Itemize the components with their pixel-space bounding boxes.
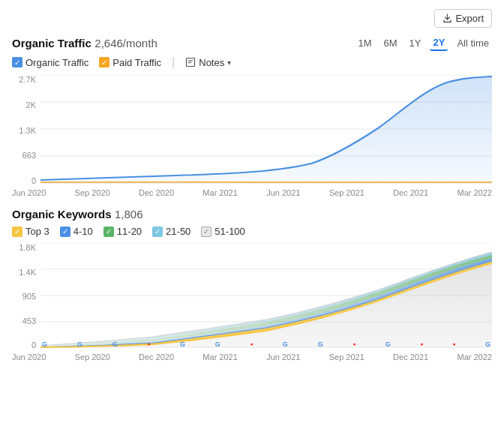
marker-r3: ▪ (353, 340, 356, 348)
marker-r2: ▪ (250, 340, 253, 348)
marker-r4: ▪ (421, 340, 423, 348)
kx-label-2: Sep 2020 (75, 352, 110, 362)
top3-checkbox[interactable]: ✓ (12, 226, 22, 237)
notes-chevron: ▾ (227, 58, 231, 67)
x-label-5: Jun 2021 (266, 188, 300, 197)
organic-traffic-legend: ✓ Organic Traffic ✓ Paid Traffic | Notes… (12, 56, 492, 69)
keywords-x-axis: Jun 2020 Sep 2020 Dec 2020 Mar 2021 Jun … (12, 352, 492, 362)
organic-traffic-y-axis: 2.7K 2K 1.3K 663 0 (12, 75, 40, 187)
y-label-top: 2.7K (19, 75, 36, 84)
filter-2y[interactable]: 2Y (430, 35, 448, 51)
ky-label-2: 1.4K (19, 268, 36, 277)
legend-separator: | (172, 56, 175, 69)
marker-g4: G (180, 340, 185, 348)
keyword-markers: G G G ▪ G G ▪ G G ▪ G ▪ ▪ G (40, 340, 492, 348)
legend-4-10-label: 4-10 (74, 226, 93, 237)
x-label-2: Sep 2020 (75, 188, 110, 197)
marker-r1: ▪ (148, 340, 150, 348)
organic-traffic-chart (40, 75, 492, 187)
organic-traffic-value: 2,646/month (94, 37, 157, 50)
kx-label-3: Dec 2020 (139, 352, 174, 362)
organic-traffic-chart-container: 2.7K 2K 1.3K 663 0 (12, 75, 492, 187)
filter-1m[interactable]: 1M (355, 36, 374, 50)
marker-g9: G (485, 340, 490, 348)
x-label-1: Jun 2020 (12, 188, 46, 197)
legend-top3-label: Top 3 (26, 226, 50, 237)
ky-label-3: 905 (22, 292, 36, 301)
organic-traffic-x-axis: Jun 2020 Sep 2020 Dec 2020 Mar 2021 Jun … (12, 188, 492, 197)
legend-21-50[interactable]: ✓ 21-50 (152, 226, 190, 237)
organic-keywords-legend: ✓ Top 3 ✓ 4-10 ✓ 11-20 ✓ 21-50 ✓ 51-100 (12, 226, 492, 237)
21-50-checkbox[interactable]: ✓ (152, 226, 163, 237)
kx-label-7: Dec 2021 (393, 352, 428, 362)
marker-g7: G (318, 340, 323, 348)
y-label-2: 2K (26, 100, 36, 110)
export-label: Export (455, 13, 484, 24)
organic-keywords-svg (40, 243, 492, 348)
paid-traffic-checkbox[interactable]: ✓ (99, 57, 110, 68)
marker-g6: G (283, 340, 288, 348)
kx-label-1: Jun 2020 (12, 352, 46, 362)
legend-4-10[interactable]: ✓ 4-10 (60, 226, 93, 237)
ky-label-bottom: 0 (32, 340, 36, 350)
kx-label-5: Jun 2021 (266, 352, 300, 362)
notes-button[interactable]: Notes ▾ (185, 57, 231, 68)
kx-label-4: Mar 2021 (202, 352, 237, 362)
x-label-4: Mar 2021 (202, 188, 237, 197)
time-filter-group: 1M 6M 1Y 2Y All time (355, 35, 492, 51)
kx-label-8: Mar 2022 (458, 352, 492, 362)
organic-keywords-chart-container: 1.8K 1.4K 905 453 0 (12, 243, 492, 351)
legend-paid-traffic[interactable]: ✓ Paid Traffic (99, 57, 161, 68)
marker-g5: G (215, 340, 220, 348)
notes-label: Notes (199, 57, 224, 68)
x-label-6: Sep 2021 (329, 188, 364, 197)
marker-g3: G (112, 340, 118, 348)
legend-21-50-label: 21-50 (166, 226, 190, 237)
organic-traffic-svg (40, 75, 492, 184)
organic-traffic-header: Organic Traffic 2,646/month 1M 6M 1Y 2Y … (12, 35, 492, 51)
organic-traffic-checkbox[interactable]: ✓ (12, 57, 22, 68)
marker-g1: G (42, 340, 47, 348)
marker-r5: ▪ (453, 340, 455, 348)
ky-label-4: 453 (22, 316, 36, 326)
y-label-3: 1.3K (19, 126, 36, 135)
organic-keywords-header: Organic Keywords 1,806 (12, 208, 492, 221)
y-label-4: 663 (22, 151, 36, 160)
legend-top3[interactable]: ✓ Top 3 (12, 226, 50, 237)
4-10-checkbox[interactable]: ✓ (60, 226, 70, 237)
organic-keywords-chart: G G G ▪ G G ▪ G G ▪ G ▪ ▪ G (40, 243, 492, 351)
legend-11-20[interactable]: ✓ 11-20 (104, 226, 142, 237)
legend-paid-label: Paid Traffic (112, 57, 161, 68)
export-icon (442, 14, 452, 23)
legend-organic-label: Organic Traffic (26, 57, 88, 68)
marker-g2: G (77, 340, 82, 348)
organic-keywords-title: Organic Keywords (12, 208, 112, 220)
x-label-3: Dec 2020 (139, 188, 174, 197)
legend-11-20-label: 11-20 (117, 226, 142, 237)
kx-label-6: Sep 2021 (329, 352, 364, 362)
organic-keywords-value: 1,806 (115, 208, 143, 220)
filter-6m[interactable]: 6M (381, 36, 400, 50)
organic-keywords-y-axis: 1.8K 1.4K 905 453 0 (12, 243, 40, 351)
notes-icon (185, 57, 196, 68)
legend-51-100[interactable]: ✓ 51-100 (201, 226, 244, 237)
x-label-7: Dec 2021 (393, 188, 428, 197)
x-label-8: Mar 2022 (458, 188, 492, 197)
export-button[interactable]: Export (434, 9, 492, 28)
filter-1y[interactable]: 1Y (406, 36, 424, 50)
organic-traffic-title: Organic Traffic (12, 37, 92, 50)
51-100-checkbox[interactable]: ✓ (201, 226, 212, 237)
11-20-checkbox[interactable]: ✓ (104, 226, 114, 237)
y-label-bottom: 0 (32, 176, 36, 185)
legend-organic-traffic[interactable]: ✓ Organic Traffic (12, 57, 88, 68)
marker-g8: G (386, 340, 391, 348)
ky-label-top: 1.8K (19, 243, 36, 252)
filter-alltime[interactable]: All time (454, 36, 492, 50)
legend-51-100-label: 51-100 (214, 226, 244, 237)
